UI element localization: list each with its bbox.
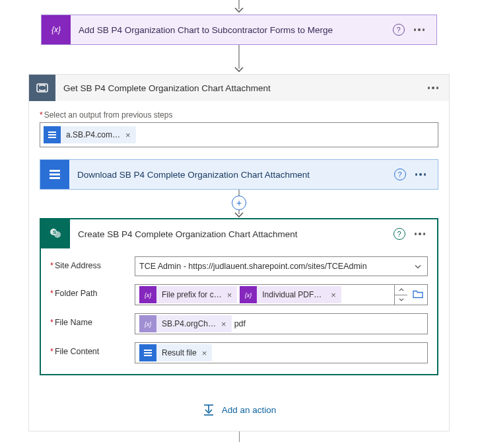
output-token[interactable]: a.SB.P4.com… × <box>44 126 136 143</box>
variable-icon: {x} <box>139 286 156 303</box>
folder-path-label: Folder Path <box>50 284 135 298</box>
add-action-icon <box>202 403 215 416</box>
file-name-suffix: pdf <box>234 319 246 328</box>
variable-step[interactable]: {x} Add SB P4 Organization Chart to Subc… <box>41 15 437 45</box>
svg-rect-20 <box>144 355 152 356</box>
create-step-header[interactable]: S Create SB P4 Complete Organization Cha… <box>41 219 437 248</box>
svg-rect-5 <box>48 134 56 135</box>
download-step[interactable]: Download SB P4 Complete Organization Cha… <box>40 159 438 190</box>
folder-picker-icon[interactable] <box>413 289 423 301</box>
sharepoint-icon: S <box>41 219 70 248</box>
remove-token-icon[interactable]: × <box>201 348 213 358</box>
stepper-up-icon[interactable] <box>395 285 407 295</box>
file-name-input[interactable]: {x} SB.P4.orgCh… × pdf <box>135 313 428 334</box>
token-label: SB.P4.orgCh… <box>156 319 220 328</box>
dynamic-content-token[interactable]: Result file × <box>139 344 212 361</box>
expression-token[interactable]: {x} Individual PDFs… × <box>240 286 341 303</box>
file-content-label: File Content <box>50 342 135 356</box>
variable-icon: {x} <box>139 315 156 332</box>
svg-text:S: S <box>53 229 57 235</box>
select-output-label: Select an output from previous steps <box>40 110 438 120</box>
menu-icon[interactable] <box>411 26 428 34</box>
expression-token[interactable]: {x} File prefix for c… × <box>139 286 237 303</box>
svg-rect-7 <box>50 170 60 172</box>
remove-token-icon[interactable]: × <box>329 290 341 300</box>
variable-icon: {x} <box>42 15 71 44</box>
arrow-connector <box>0 0 478 15</box>
help-icon[interactable]: ? <box>394 168 406 180</box>
svg-text:{x}: {x} <box>245 292 252 299</box>
help-icon[interactable]: ? <box>393 24 405 36</box>
site-address-value: TCE Admin - https://judlauent.sharepoint… <box>139 262 367 271</box>
svg-text:{x}: {x} <box>145 292 152 299</box>
remove-token-icon[interactable]: × <box>220 319 232 329</box>
svg-rect-8 <box>50 174 60 176</box>
insert-step-button[interactable]: + <box>232 196 246 210</box>
arrow-connector <box>0 431 478 442</box>
remove-token-icon[interactable]: × <box>226 290 238 300</box>
arrow-connector <box>0 45 478 74</box>
path-stepper[interactable] <box>394 285 407 305</box>
menu-icon[interactable] <box>417 87 450 89</box>
list-icon <box>40 160 69 189</box>
create-step-title: Create SB P4 Complete Organization Chart… <box>70 229 393 239</box>
help-icon[interactable]: ? <box>393 228 405 240</box>
svg-text:{x}: {x} <box>145 321 152 328</box>
container-header[interactable]: Get SB P4 Complete Organization Chart At… <box>29 75 449 101</box>
svg-rect-18 <box>144 350 152 351</box>
variable-icon: {x} <box>240 286 257 303</box>
site-address-label: Site Address <box>50 256 135 270</box>
chevron-down-icon <box>414 262 422 272</box>
container-title: Get SB P4 Complete Organization Chart At… <box>55 83 417 93</box>
select-output-input[interactable]: a.SB.P4.com… × <box>40 122 438 147</box>
menu-icon[interactable] <box>412 230 428 238</box>
folder-path-input[interactable]: {x} File prefix for c… × {x} Individual … <box>135 284 428 305</box>
add-action-button[interactable]: Add an action <box>40 403 438 416</box>
site-address-input[interactable]: TCE Admin - https://judlauent.sharepoint… <box>135 256 428 276</box>
remove-token-icon[interactable]: × <box>124 130 136 140</box>
list-icon <box>44 126 61 143</box>
apply-to-each-container: Get SB P4 Complete Organization Chart At… <box>28 74 450 431</box>
svg-text:{x}: {x} <box>51 25 61 34</box>
create-file-step: S Create SB P4 Complete Organization Cha… <box>40 218 438 375</box>
token-label: Result file <box>156 348 201 357</box>
file-name-label: File Name <box>50 313 135 327</box>
svg-rect-6 <box>48 137 56 138</box>
svg-rect-19 <box>144 352 152 354</box>
output-token-label: a.SB.P4.com… <box>61 130 124 139</box>
expression-token[interactable]: {x} SB.P4.orgCh… × <box>139 315 232 332</box>
variable-step-title: Add SB P4 Organization Chart to Subcontr… <box>71 25 393 35</box>
stepper-down-icon[interactable] <box>395 295 407 305</box>
file-content-input[interactable]: Result file × <box>135 342 428 363</box>
svg-rect-9 <box>50 177 60 179</box>
menu-icon[interactable] <box>413 170 429 178</box>
list-icon <box>139 344 156 361</box>
download-step-title: Download SB P4 Complete Organization Cha… <box>69 170 394 180</box>
arrow-connector <box>40 209 438 218</box>
svg-rect-4 <box>48 131 56 133</box>
add-action-label: Add an action <box>222 405 277 415</box>
token-label: File prefix for c… <box>156 290 226 299</box>
token-label: Individual PDFs… <box>257 290 329 299</box>
loop-icon <box>29 75 55 101</box>
